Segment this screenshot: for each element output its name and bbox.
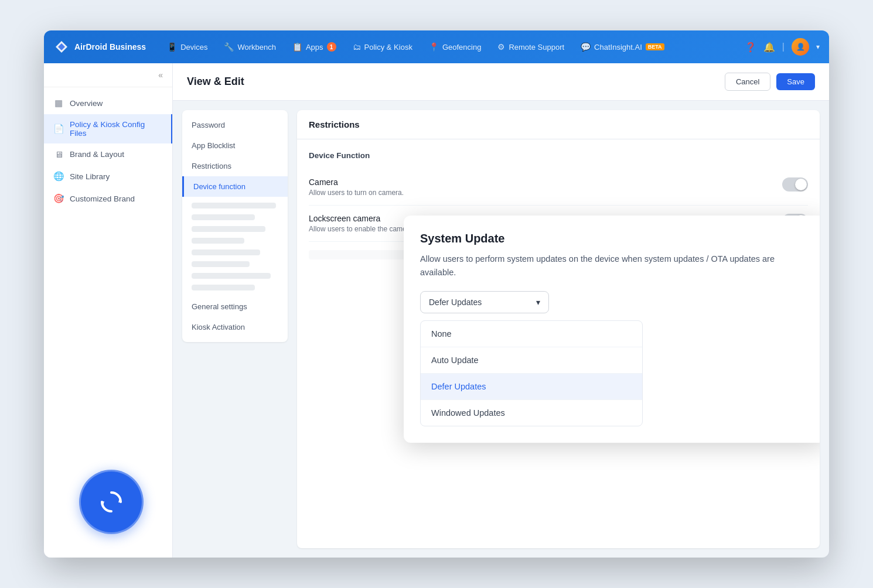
save-button[interactable]: Save xyxy=(776,73,815,90)
nav-item-devices-label: Devices xyxy=(180,43,207,52)
right-panel: Restrictions Device Function Camera Allo… xyxy=(297,110,820,548)
collapse-sidebar-button[interactable]: « xyxy=(158,70,163,80)
option-none[interactable]: None xyxy=(421,321,642,347)
sidebar-item-site-library[interactable]: 🌐 Site Library xyxy=(44,165,172,187)
system-update-desc: Allow users to perform system updates on… xyxy=(420,252,809,279)
nav-item-workbench-label: Workbench xyxy=(237,43,276,52)
avatar-chevron[interactable]: ▾ xyxy=(816,43,820,51)
brand-logo[interactable]: AirDroid Business xyxy=(53,39,146,55)
brand-name: AirDroid Business xyxy=(74,42,146,52)
content-area: View & Edit Cancel Save Password App Blo… xyxy=(173,63,829,558)
selected-option-label: Defer Updates xyxy=(429,298,482,307)
policy-kiosk-icon: 🗂 xyxy=(353,42,361,52)
beta-badge: BETA xyxy=(646,43,664,50)
subnav-item-restrictions[interactable]: Restrictions xyxy=(182,156,288,176)
sub-nav-panel: Password App Blocklist Restrictions Devi… xyxy=(182,110,288,342)
nav-item-policy-kiosk[interactable]: 🗂 Policy & Kiosk xyxy=(346,39,420,55)
content-body: Password App Blocklist Restrictions Devi… xyxy=(173,101,829,558)
divider: | xyxy=(782,42,785,52)
nav-item-geofencing[interactable]: 📍 Geofencing xyxy=(422,39,489,55)
nav-item-remote-support[interactable]: ⚙ Remote Support xyxy=(490,39,571,55)
sidebar-item-brand-layout-label: Brand & Layout xyxy=(70,150,124,159)
sync-icon xyxy=(97,488,125,516)
top-navigation: AirDroid Business 📱 Devices 🔧 Workbench … xyxy=(44,30,829,63)
nav-item-remote-support-label: Remote Support xyxy=(509,43,564,52)
apps-icon: 📋 xyxy=(292,42,302,52)
sidebar-item-customized-brand[interactable]: 🎯 Customized Brand xyxy=(44,187,172,210)
system-update-popup: System Update Allow users to perform sys… xyxy=(404,216,820,443)
policy-config-icon: 📄 xyxy=(53,124,64,134)
camera-toggle[interactable] xyxy=(782,177,808,192)
sidebar-item-customized-brand-label: Customized Brand xyxy=(70,194,135,203)
nav-item-apps[interactable]: 📋 Apps 1 xyxy=(285,39,343,55)
restrictions-title: Restrictions xyxy=(309,119,360,129)
option-windowed-updates[interactable]: Windowed Updates xyxy=(421,400,642,426)
option-defer-updates[interactable]: Defer Updates xyxy=(421,374,642,400)
devices-icon: 📱 xyxy=(167,42,177,52)
nav-items: 📱 Devices 🔧 Workbench 📋 Apps 1 🗂 Policy … xyxy=(160,39,745,55)
option-auto-update[interactable]: Auto Update xyxy=(421,347,642,374)
main-layout: « ▦ Overview 📄 Policy & Kiosk Config Fil… xyxy=(44,63,829,558)
sidebar-item-policy-kiosk-config[interactable]: 📄 Policy & Kiosk Config Files xyxy=(44,114,172,143)
brand-layout-icon: 🖥 xyxy=(53,149,64,159)
sidebar-item-overview[interactable]: ▦ Overview xyxy=(44,92,172,114)
subnav-item-kiosk-activation[interactable]: Kiosk Activation xyxy=(182,317,288,337)
camera-setting-name: Camera xyxy=(309,177,404,187)
customized-brand-icon: 🎯 xyxy=(53,193,64,204)
content-header: View & Edit Cancel Save xyxy=(173,63,829,101)
nav-item-devices[interactable]: 📱 Devices xyxy=(160,39,214,55)
bell-icon[interactable]: 🔔 xyxy=(763,42,775,53)
system-update-title: System Update xyxy=(420,232,809,245)
overview-icon: ▦ xyxy=(53,98,64,108)
nav-item-apps-label: Apps xyxy=(306,43,323,52)
sync-button[interactable] xyxy=(79,470,144,534)
chatinsight-icon: 💬 xyxy=(581,42,591,52)
geofencing-icon: 📍 xyxy=(429,42,439,52)
app-window: AirDroid Business 📱 Devices 🔧 Workbench … xyxy=(44,30,829,558)
nav-item-workbench[interactable]: 🔧 Workbench xyxy=(217,39,283,55)
nav-item-geofencing-label: Geofencing xyxy=(442,43,482,52)
dropdown-chevron-icon: ▾ xyxy=(536,298,540,307)
nav-item-chatinsight-label: ChatInsight.AI xyxy=(594,43,642,52)
sidebar-item-site-library-label: Site Library xyxy=(70,172,110,181)
dropdown-options-list: None Auto Update Defer Updates Windowed … xyxy=(420,320,643,426)
sidebar-header: « xyxy=(44,63,172,87)
cancel-button[interactable]: Cancel xyxy=(725,73,770,91)
sidebar-item-policy-kiosk-label: Policy & Kiosk Config Files xyxy=(70,120,162,138)
header-actions: Cancel Save xyxy=(725,73,815,91)
workbench-icon: 🔧 xyxy=(224,42,234,52)
subnav-item-device-function[interactable]: Device function xyxy=(182,176,288,197)
device-function-section-title: Device Function xyxy=(309,151,808,160)
nav-item-chatinsight[interactable]: 💬 ChatInsight.AI BETA xyxy=(574,39,671,55)
help-icon[interactable]: ❓ xyxy=(745,42,756,53)
camera-toggle-knob xyxy=(795,179,807,190)
subnav-item-general-settings[interactable]: General settings xyxy=(182,296,288,317)
user-avatar[interactable]: 👤 xyxy=(792,38,809,56)
camera-setting-row: Camera Allow users to turn on camera. xyxy=(309,169,808,206)
apps-badge: 1 xyxy=(327,42,336,52)
sidebar-item-overview-label: Overview xyxy=(70,99,103,108)
site-library-icon: 🌐 xyxy=(53,171,64,182)
nav-item-policy-kiosk-label: Policy & Kiosk xyxy=(364,43,412,52)
system-update-dropdown[interactable]: Defer Updates ▾ xyxy=(420,291,549,313)
page-title: View & Edit xyxy=(187,76,244,88)
subnav-item-app-blocklist[interactable]: App Blocklist xyxy=(182,135,288,156)
restrictions-header: Restrictions xyxy=(297,110,820,139)
nav-right: ❓ 🔔 | 👤 ▾ xyxy=(745,38,820,56)
sidebar-item-brand-layout[interactable]: 🖥 Brand & Layout xyxy=(44,143,172,165)
camera-setting-info: Camera Allow users to turn on camera. xyxy=(309,177,404,197)
subnav-item-password[interactable]: Password xyxy=(182,115,288,135)
remote-support-icon: ⚙ xyxy=(497,42,505,52)
camera-setting-desc: Allow users to turn on camera. xyxy=(309,189,404,197)
